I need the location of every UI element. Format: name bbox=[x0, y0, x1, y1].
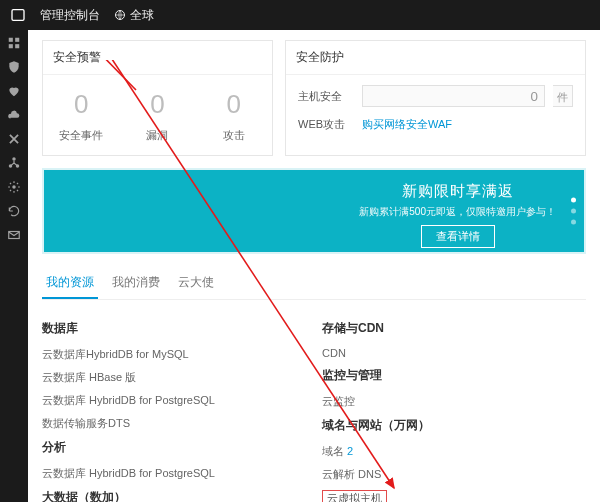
list-item[interactable]: CDN bbox=[322, 347, 586, 359]
list-item-domain[interactable]: 域名 2 bbox=[322, 444, 586, 459]
reshead-domain-website: 域名与网站（万网） bbox=[322, 417, 586, 434]
list-item[interactable]: 云监控 bbox=[322, 394, 586, 409]
host-label: 主机安全 bbox=[298, 89, 354, 104]
promo-title: 新购限时享满返 bbox=[359, 182, 556, 201]
rail-heart-icon[interactable] bbox=[7, 84, 21, 98]
list-item[interactable]: 云数据库 HybridDB for PostgreSQL bbox=[42, 393, 306, 408]
rail-grid-icon[interactable] bbox=[7, 36, 21, 50]
rail-cross-icon[interactable] bbox=[7, 132, 21, 146]
list-item[interactable]: 云数据库HybridDB for MySQL bbox=[42, 347, 306, 362]
web-attack-label: WEB攻击 bbox=[298, 117, 354, 132]
resources-right-col: 存储与CDN CDN 监控与管理 云监控 域名与网站（万网） 域名 2 云解析 … bbox=[322, 316, 586, 502]
tab-my-spending[interactable]: 我的消费 bbox=[108, 268, 164, 299]
tab-my-resources[interactable]: 我的资源 bbox=[42, 268, 98, 299]
reshead-monitor: 监控与管理 bbox=[322, 367, 586, 384]
console-link[interactable]: 管理控制台 bbox=[40, 7, 100, 24]
alert-value: 0 bbox=[43, 89, 119, 120]
reshead-analysis: 分析 bbox=[42, 439, 306, 456]
svg-rect-5 bbox=[15, 44, 19, 48]
rail-mail-icon[interactable] bbox=[7, 228, 21, 242]
resources-left-col: 数据库 云数据库HybridDB for MySQL 云数据库 HBase 版 … bbox=[42, 316, 306, 502]
rail-gear-icon[interactable] bbox=[7, 180, 21, 194]
svg-rect-2 bbox=[9, 38, 13, 42]
promo-pagination[interactable] bbox=[571, 198, 576, 225]
alert-label: 攻击 bbox=[196, 128, 272, 143]
alert-label: 漏洞 bbox=[119, 128, 195, 143]
tabs: 我的资源 我的消费 云大使 bbox=[42, 268, 586, 300]
promo-details-button[interactable]: 查看详情 bbox=[421, 225, 495, 248]
alert-col-events[interactable]: 0 安全事件 bbox=[43, 75, 119, 155]
alert-label: 安全事件 bbox=[43, 128, 119, 143]
alert-col-attack[interactable]: 0 攻击 bbox=[196, 75, 272, 155]
item-badge: 2 bbox=[347, 445, 353, 457]
svg-rect-0 bbox=[12, 10, 24, 21]
security-protect-title: 安全防护 bbox=[286, 41, 585, 75]
svg-rect-3 bbox=[15, 38, 19, 42]
svg-point-9 bbox=[12, 185, 16, 189]
web-attack-row: WEB攻击 购买网络安全WAF bbox=[298, 117, 573, 132]
svg-point-6 bbox=[12, 157, 16, 161]
security-alert-title: 安全预警 bbox=[43, 41, 272, 75]
rail-tree-icon[interactable] bbox=[7, 156, 21, 170]
reshead-bigdata: 大数据（数加） bbox=[42, 489, 306, 502]
buy-waf-link[interactable]: 购买网络安全WAF bbox=[362, 117, 452, 132]
security-alert-body: 0 安全事件 0 漏洞 0 攻击 bbox=[43, 75, 272, 155]
promo-banner: 新购限时享满返 新购累计满500元即返，仅限特邀用户参与！ 查看详情 bbox=[42, 168, 586, 254]
promo-dot-1[interactable] bbox=[571, 198, 576, 203]
reshead-database: 数据库 bbox=[42, 320, 306, 337]
list-item-cloud-vhost[interactable]: 云虚拟主机 bbox=[322, 490, 586, 502]
resources: 数据库 云数据库HybridDB for MySQL 云数据库 HBase 版 … bbox=[42, 316, 586, 502]
rail-cloud-icon[interactable] bbox=[7, 108, 21, 122]
region-selector[interactable]: 全球 bbox=[114, 7, 154, 24]
host-security-row: 主机安全 件 bbox=[298, 85, 573, 107]
host-security-input[interactable] bbox=[362, 85, 545, 107]
main: 安全预警 0 安全事件 0 漏洞 0 攻击 bbox=[28, 30, 600, 502]
host-unit: 件 bbox=[553, 85, 573, 107]
region-label: 全球 bbox=[130, 7, 154, 24]
security-protect-card: 安全防护 主机安全 件 WEB攻击 购买网络安全WAF bbox=[285, 40, 586, 156]
globe-icon bbox=[114, 9, 126, 21]
left-rail bbox=[0, 30, 28, 502]
item-text: 域名 bbox=[322, 445, 344, 457]
rail-refresh-icon[interactable] bbox=[7, 204, 21, 218]
list-item[interactable]: 云数据库 HybridDB for PostgreSQL bbox=[42, 466, 306, 481]
item-text: 云虚拟主机 bbox=[322, 490, 387, 502]
list-item[interactable]: 数据传输服务DTS bbox=[42, 416, 306, 431]
alert-value: 0 bbox=[196, 89, 272, 120]
alert-col-vuln[interactable]: 0 漏洞 bbox=[119, 75, 195, 155]
promo-dot-3[interactable] bbox=[571, 220, 576, 225]
tab-cloud-ambassador[interactable]: 云大使 bbox=[174, 268, 218, 299]
logo-icon bbox=[10, 7, 26, 23]
security-alert-card: 安全预警 0 安全事件 0 漏洞 0 攻击 bbox=[42, 40, 273, 156]
svg-rect-4 bbox=[9, 44, 13, 48]
list-item[interactable]: 云解析 DNS bbox=[322, 467, 586, 482]
alert-value: 0 bbox=[119, 89, 195, 120]
topbar: 管理控制台 全球 bbox=[0, 0, 600, 30]
reshead-storage-cdn: 存储与CDN bbox=[322, 320, 586, 337]
list-item[interactable]: 云数据库 HBase 版 bbox=[42, 370, 306, 385]
promo-dot-2[interactable] bbox=[571, 209, 576, 214]
rail-shield-icon[interactable] bbox=[7, 60, 21, 74]
promo-sub: 新购累计满500元即返，仅限特邀用户参与！ bbox=[359, 205, 556, 219]
